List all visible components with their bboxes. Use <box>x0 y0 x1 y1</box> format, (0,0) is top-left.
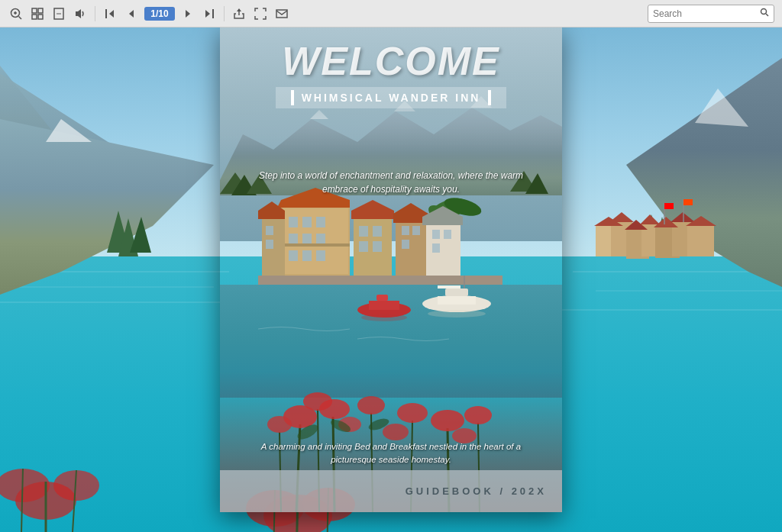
guidebook-label: GUIDEBOOK / 202X <box>406 485 547 497</box>
separator-2 <box>224 6 225 21</box>
svg-point-145 <box>267 416 292 433</box>
svg-rect-114 <box>432 230 440 239</box>
svg-rect-93 <box>283 243 350 247</box>
svg-line-51 <box>19 16 22 19</box>
svg-point-141 <box>357 396 385 414</box>
svg-rect-124 <box>438 296 476 305</box>
last-page-button[interactable] <box>201 5 218 22</box>
audio-button[interactable] <box>72 5 89 22</box>
book-header: WELCOME WHIMSICAL WANDER INN <box>220 27 562 157</box>
svg-rect-103 <box>373 241 382 252</box>
svg-rect-104 <box>396 222 426 276</box>
svg-rect-107 <box>402 240 409 249</box>
svg-marker-63 <box>129 10 134 18</box>
share-button[interactable] <box>231 5 247 22</box>
svg-rect-84 <box>302 217 312 227</box>
svg-rect-57 <box>38 15 43 19</box>
svg-rect-56 <box>32 15 37 19</box>
svg-point-143 <box>431 410 464 431</box>
svg-rect-118 <box>258 276 502 285</box>
caption-text: A charming and inviting Bed and Breakfas… <box>250 440 532 467</box>
svg-marker-67 <box>237 8 241 11</box>
svg-rect-121 <box>369 301 399 310</box>
svg-rect-97 <box>266 240 273 249</box>
svg-line-70 <box>766 14 768 16</box>
book-page: WELCOME WHIMSICAL WANDER INN Step into a… <box>220 27 562 512</box>
zoom-in-button[interactable] <box>8 5 24 22</box>
svg-rect-101 <box>373 226 382 237</box>
svg-rect-125 <box>445 289 468 296</box>
svg-marker-60 <box>76 9 81 18</box>
svg-marker-62 <box>109 10 114 18</box>
search-box <box>648 5 774 23</box>
svg-point-148 <box>383 424 409 440</box>
svg-point-128 <box>361 314 407 321</box>
page-indicator: 1/10 <box>144 7 175 21</box>
svg-rect-102 <box>359 241 368 252</box>
book-tagline: Step into a world of enchantment and rel… <box>220 157 562 208</box>
svg-point-144 <box>464 406 492 424</box>
book-footer: GUIDEBOOK / 202X <box>220 470 562 512</box>
svg-rect-55 <box>38 8 43 13</box>
svg-point-146 <box>303 392 332 411</box>
svg-rect-89 <box>289 250 298 261</box>
first-page-button[interactable] <box>102 5 118 22</box>
svg-rect-91 <box>316 250 325 261</box>
svg-rect-100 <box>359 226 368 237</box>
search-input[interactable] <box>648 7 755 21</box>
welcome-title: WELCOME <box>282 41 500 81</box>
svg-rect-90 <box>302 250 312 261</box>
book-caption: A charming and inviting Bed and Breakfas… <box>220 440 562 467</box>
svg-point-142 <box>397 403 428 423</box>
prev-page-button[interactable] <box>123 5 140 22</box>
svg-rect-85 <box>316 217 325 227</box>
inn-name-bar: WHIMSICAL WANDER INN <box>276 87 507 108</box>
svg-rect-86 <box>289 234 298 244</box>
next-page-button[interactable] <box>179 5 196 22</box>
fit-page-button[interactable] <box>50 5 67 22</box>
search-button[interactable] <box>755 6 774 21</box>
tagline-text: Step into a world of enchantment and rel… <box>250 169 532 196</box>
svg-rect-106 <box>412 226 420 235</box>
svg-rect-113 <box>426 224 460 276</box>
svg-rect-87 <box>302 234 312 244</box>
svg-rect-115 <box>444 230 451 239</box>
svg-point-129 <box>428 310 486 318</box>
svg-marker-64 <box>186 10 190 18</box>
svg-rect-68 <box>276 10 287 18</box>
fullscreen-button[interactable] <box>252 5 269 22</box>
separator-1 <box>95 6 95 21</box>
svg-marker-66 <box>205 10 210 18</box>
svg-rect-116 <box>432 243 440 253</box>
svg-rect-96 <box>266 226 273 235</box>
svg-rect-54 <box>32 8 37 13</box>
svg-rect-83 <box>289 217 298 227</box>
toolbar: 1/10 <box>0 0 782 27</box>
grid-view-button[interactable] <box>29 5 46 22</box>
svg-rect-105 <box>402 226 409 235</box>
inn-name: WHIMSICAL WANDER INN <box>302 92 481 104</box>
email-button[interactable] <box>273 5 290 22</box>
svg-rect-126 <box>438 285 460 289</box>
svg-rect-122 <box>376 295 388 301</box>
svg-rect-88 <box>316 234 325 244</box>
svg-point-69 <box>761 9 767 15</box>
